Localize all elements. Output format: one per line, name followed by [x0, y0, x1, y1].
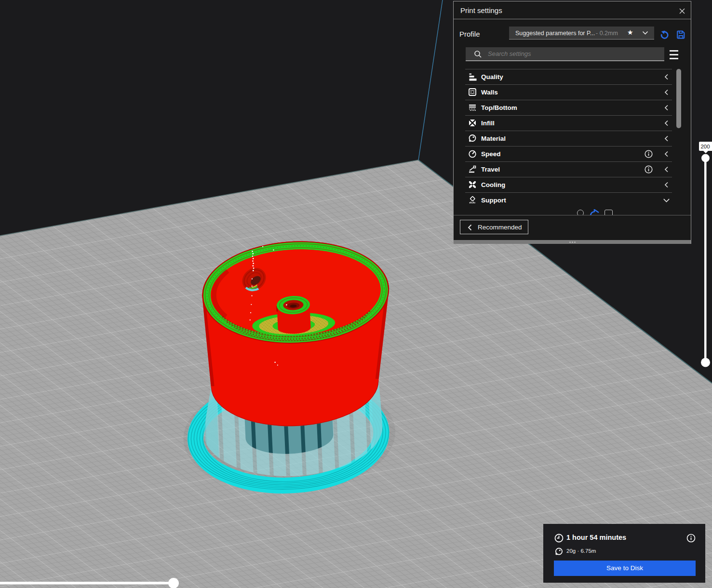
svg-text:200: 200: [700, 144, 710, 149]
